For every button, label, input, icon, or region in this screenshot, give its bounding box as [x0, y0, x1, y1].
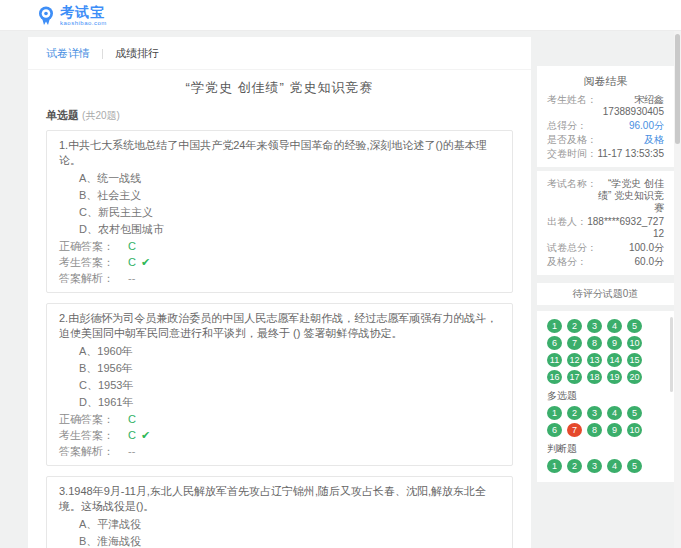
analysis-value: -- [128, 445, 135, 457]
field-label: 考试名称： [547, 178, 597, 214]
pass-status-row: 是否及格： 及格 [547, 133, 664, 147]
question-number-circle[interactable]: 2 [567, 406, 582, 420]
question-number-circle[interactable]: 1 [547, 459, 562, 473]
grading-result-title: 阅卷结果 [547, 72, 664, 93]
pending-questions-title: 待评分试题0道 [537, 283, 674, 305]
correct-check-icon: ✔ [141, 429, 150, 441]
question-number-circle[interactable]: 12 [567, 353, 582, 367]
page-scrollbar[interactable] [674, 0, 681, 548]
student-name-row: 考生姓名： 宋绍鑫 17388930405 [547, 93, 664, 119]
tab-paper-detail[interactable]: 试卷详情 [46, 46, 90, 61]
option-d: D、1961年 [59, 394, 500, 411]
total-score-value: 96.00分 [629, 120, 664, 132]
question-number-circle[interactable]: 17 [567, 370, 582, 384]
option-b: B、1956年 [59, 360, 500, 377]
student-answer-value: C [128, 429, 136, 441]
correct-answer-label: 正确答案： [59, 240, 114, 252]
exam-title: “学党史 创佳绩” 党史知识竞赛 [28, 79, 531, 97]
question-grid-card: 1234567891011121314151617181920多选题123456… [537, 311, 674, 482]
question-number-circle[interactable]: 7 [567, 423, 582, 437]
field-label: 总得分： [547, 120, 587, 132]
question-number-circle[interactable]: 7 [567, 336, 582, 350]
question-number-circle[interactable]: 5 [627, 459, 642, 473]
pass-score-row: 及格分： 60.0分 [547, 255, 664, 269]
question-number-circle[interactable]: 3 [587, 459, 602, 473]
question-number-circle[interactable]: 6 [547, 423, 562, 437]
question-text: 1.中共七大系统地总结了中国共产党24年来领导中国革命的经验,深刻地论述了()的… [59, 138, 500, 168]
section-count-label: (共20题) [82, 110, 120, 121]
tab-divider [102, 49, 103, 59]
question-text: 2.由彭德怀为司令员兼政治委员的中国人民志愿军赴朝作战，经过志愿军顽强有力的战斗… [59, 311, 500, 341]
result-sidebar: 阅卷结果 考生姓名： 宋绍鑫 17388930405 总得分： 96.00分 是… [537, 66, 674, 486]
option-c: C、1953年 [59, 377, 500, 394]
question-type-label: 判断题 [547, 443, 664, 455]
question-number-circle[interactable]: 11 [547, 353, 562, 367]
submit-time-row: 交卷时间： 11-17 13:53:35 [547, 147, 664, 161]
field-value: 11-17 13:53:35 [597, 148, 664, 160]
question-number-circle[interactable]: 8 [587, 423, 602, 437]
question-number-circle[interactable]: 5 [627, 319, 642, 333]
field-value: 宋绍鑫 17388930405 [603, 94, 664, 118]
analysis-label: 答案解析： [59, 445, 114, 457]
question-number-circle[interactable]: 4 [607, 459, 622, 473]
field-value: “学党史 创佳绩” 党史知识竞赛 [597, 178, 664, 214]
option-c: C、新民主主义 [59, 204, 500, 221]
question-type-label: 多选题 [547, 390, 664, 402]
question-number-circle[interactable]: 4 [607, 406, 622, 420]
kaoshibao-logo[interactable]: 考试宝 kaoshibao.com [36, 5, 107, 26]
question-number-circle[interactable]: 20 [627, 370, 642, 384]
page-scrollbar-thumb[interactable] [675, 34, 680, 144]
question-number-circle[interactable]: 2 [567, 459, 582, 473]
analysis-label: 答案解析： [59, 272, 114, 284]
question-number-circle[interactable]: 6 [547, 336, 562, 350]
student-answer-row: 考生答案：C✔ [59, 427, 500, 443]
question-number-circle[interactable]: 8 [587, 336, 602, 350]
question-number-circle[interactable]: 1 [547, 406, 562, 420]
correct-answer-row: 正确答案：C [59, 238, 500, 254]
field-label: 考生姓名： [547, 94, 597, 118]
question-number-circle[interactable]: 16 [547, 370, 562, 384]
question-card: 1.中共七大系统地总结了中国共产党24年来领导中国革命的经验,深刻地论述了()的… [46, 130, 513, 293]
correct-answer-label: 正确答案： [59, 413, 114, 425]
circle-group: 12345678910 [547, 406, 664, 440]
exam-author-row: 出卷人： 188****6932_72712 [547, 215, 664, 241]
correct-check-icon: ✔ [141, 256, 150, 268]
option-d: D、农村包围城市 [59, 221, 500, 238]
question-number-circle[interactable]: 10 [627, 423, 642, 437]
question-number-circle[interactable]: 10 [627, 336, 642, 350]
exam-detail-panel: 试卷详情 成绩排行 “学党史 创佳绩” 党史知识竞赛 单选题 (共20题) 1.… [28, 37, 531, 548]
question-number-circle[interactable]: 18 [587, 370, 602, 384]
question-card: 2.由彭德怀为司令员兼政治委员的中国人民志愿军赴朝作战，经过志愿军顽强有力的战斗… [46, 303, 513, 466]
exam-name-row: 考试名称： “学党史 创佳绩” 党史知识竞赛 [547, 177, 664, 215]
question-number-circle[interactable]: 2 [567, 319, 582, 333]
field-value: 100.0分 [629, 242, 664, 254]
question-number-circle[interactable]: 15 [627, 353, 642, 367]
question-number-circle[interactable]: 14 [607, 353, 622, 367]
question-number-circle[interactable]: 9 [607, 336, 622, 350]
question-number-circle[interactable]: 13 [587, 353, 602, 367]
analysis-row: 答案解析：-- [59, 443, 500, 459]
app-header: 考试宝 kaoshibao.com [0, 0, 681, 31]
exam-info-card: 考试名称： “学党史 创佳绩” 党史知识竞赛 出卷人： 188****6932_… [537, 171, 674, 275]
question-number-circle[interactable]: 4 [607, 319, 622, 333]
correct-answer-value: C [128, 240, 136, 252]
field-value: 188****6932_72712 [587, 216, 664, 240]
total-score-row: 总得分： 96.00分 [547, 119, 664, 133]
tab-bar: 试卷详情 成绩排行 [28, 37, 531, 70]
question-number-circle[interactable]: 3 [587, 406, 602, 420]
analysis-value: -- [128, 272, 135, 284]
tab-score-ranking[interactable]: 成绩排行 [115, 46, 159, 61]
student-answer-label: 考生答案： [59, 429, 114, 441]
question-number-circle[interactable]: 3 [587, 319, 602, 333]
grid-scrollbar[interactable] [670, 317, 673, 392]
question-number-circle[interactable]: 19 [607, 370, 622, 384]
question-number-circle[interactable]: 9 [607, 423, 622, 437]
circle-group: 1234567891011121314151617181920 [547, 319, 664, 387]
question-number-circle[interactable]: 1 [547, 319, 562, 333]
paper-total-row: 试卷总分： 100.0分 [547, 241, 664, 255]
option-a: A、1960年 [59, 343, 500, 360]
question-number-circle[interactable]: 5 [627, 406, 642, 420]
option-a: A、平津战役 [59, 516, 500, 533]
correct-answer-value: C [128, 413, 136, 425]
circle-group: 12345 [547, 459, 664, 476]
